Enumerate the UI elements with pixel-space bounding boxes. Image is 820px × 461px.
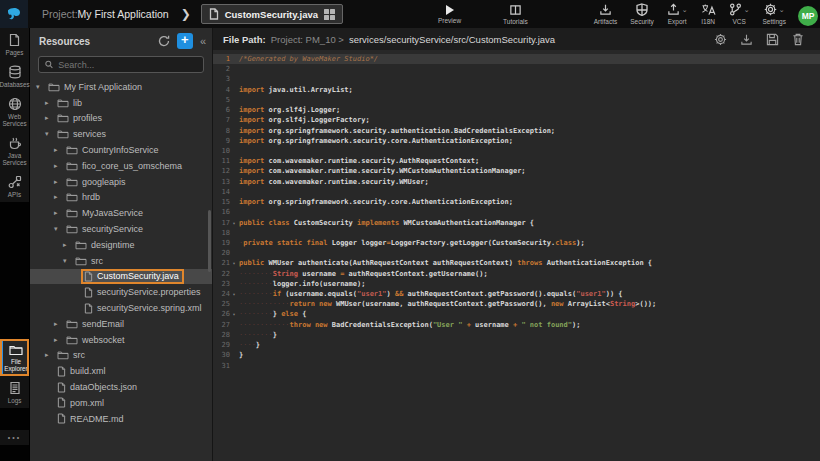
code-line: 7import org.slf4j.LoggerFactory; — [213, 115, 820, 125]
fold-arrow-icon[interactable]: ▾ — [230, 218, 238, 228]
user-avatar[interactable]: MP — [798, 6, 818, 26]
tutorials-button[interactable]: Tutorials — [503, 0, 528, 28]
tree-item-label: profiles — [73, 113, 102, 123]
sidebar-item-pages[interactable]: Pages — [0, 28, 29, 60]
dashboard-grid-icon[interactable] — [324, 9, 335, 20]
tree-item[interactable]: ▸MyJavaService — [30, 205, 212, 221]
tree-caret-icon[interactable]: ▸ — [54, 193, 64, 201]
sidebar-item-web-services[interactable]: Web Services — [0, 92, 29, 131]
code-line: 10 — [213, 146, 820, 156]
line-number: 25 — [213, 299, 230, 309]
code-area[interactable]: 1/*Generated by WaveMaker Studio*/234imp… — [213, 50, 820, 461]
gear-icon — [764, 3, 777, 16]
folder-icon — [57, 350, 69, 360]
settings-button[interactable]: ⌄ Settings — [763, 0, 787, 28]
more-options-icon[interactable]: ••• — [0, 430, 29, 445]
file-icon — [57, 382, 66, 393]
tree-caret-icon[interactable]: ▾ — [54, 225, 64, 233]
sidebar-item-databases[interactable]: Databases — [0, 60, 29, 92]
artifacts-button[interactable]: Artifacts — [594, 0, 617, 28]
add-resource-button[interactable]: + — [177, 33, 193, 49]
editor-settings-gear-icon[interactable] — [714, 33, 727, 46]
tree-caret-icon[interactable]: ▸ — [54, 320, 64, 328]
tree-item-box: build.xml — [55, 365, 110, 378]
fold-spacer — [230, 350, 238, 360]
tree-item[interactable]: build.xml — [30, 363, 212, 379]
tree-item[interactable]: ▸fico_core_us_omschema — [30, 158, 212, 174]
shield-icon — [636, 3, 648, 16]
tree-item-label: src — [73, 350, 85, 360]
tree-item[interactable]: ▸CountryInfoService — [30, 142, 212, 158]
tree-item[interactable]: ▾securityService — [30, 221, 212, 237]
collapse-panel-icon[interactable]: « — [200, 35, 206, 47]
tree-item[interactable]: ▸src — [30, 348, 212, 364]
fold-arrow-icon[interactable]: ▾ — [230, 309, 238, 319]
export-up-icon — [667, 3, 680, 16]
refresh-icon[interactable] — [158, 35, 170, 47]
resource-search[interactable] — [38, 56, 204, 73]
tree-item[interactable]: securityService.spring.xml — [30, 300, 212, 316]
fold-spacer — [230, 361, 238, 371]
tree-item[interactable]: ▸lib — [30, 95, 212, 111]
tree-item[interactable]: ▸websocket — [30, 332, 212, 348]
search-input[interactable] — [58, 60, 197, 70]
export-button[interactable]: ⌄ Export — [667, 0, 688, 28]
tree-caret-icon[interactable]: ▸ — [45, 114, 55, 122]
tree-item[interactable]: securityService.properties — [30, 284, 212, 300]
sidebar-item-file-explorer[interactable]: File Explorer — [0, 339, 29, 376]
tree-caret-icon[interactable]: ▸ — [45, 351, 55, 359]
tree-item[interactable]: ▾services — [30, 126, 212, 142]
tree-item-box: fico_core_us_omschema — [64, 160, 186, 172]
tree-item[interactable]: ▸googleapis — [30, 174, 212, 190]
tree-caret-icon[interactable]: ▸ — [54, 336, 64, 344]
tree-item[interactable]: README.md — [30, 411, 212, 427]
tree-caret-icon[interactable]: ▾ — [36, 83, 46, 91]
tree-item[interactable]: CustomSecurity.java — [30, 269, 212, 285]
code-line: 15import org.springframework.security.co… — [213, 197, 820, 207]
sidebar-item-apis[interactable]: APIs — [0, 170, 29, 202]
line-number: 22 — [213, 269, 230, 279]
tree-item[interactable]: dataObjects.json — [30, 379, 212, 395]
tree-caret-icon[interactable]: ▸ — [54, 209, 64, 217]
sidebar-item-label: Pages — [6, 49, 24, 56]
search-icon — [45, 60, 53, 69]
code-text: ·private static final Logger logger=Logg… — [238, 238, 585, 248]
tree-item[interactable]: ▸designtime — [30, 237, 212, 253]
tree-item[interactable]: ▸profiles — [30, 111, 212, 127]
tree-scrollbar[interactable] — [208, 210, 211, 272]
tree-item[interactable]: ▾My First Application — [30, 79, 212, 95]
i18n-button[interactable]: I18N — [701, 0, 716, 28]
save-icon[interactable] — [766, 33, 779, 46]
tree-caret-icon[interactable]: ▸ — [54, 178, 64, 186]
security-button[interactable]: Security — [630, 0, 653, 28]
tree-item[interactable]: ▸sendEmail — [30, 316, 212, 332]
tree-item[interactable]: ▸hrdb — [30, 190, 212, 206]
sidebar-item-logs[interactable]: Logs — [0, 376, 29, 408]
sidebar-item-label: Logs — [8, 397, 22, 404]
tree-caret-icon[interactable]: ▸ — [63, 241, 73, 249]
trash-icon[interactable] — [792, 33, 804, 46]
tree-item[interactable]: ▾src — [30, 253, 212, 269]
tree-caret-icon[interactable]: ▾ — [63, 257, 73, 265]
download-file-icon[interactable] — [740, 33, 753, 46]
preview-button[interactable]: Preview — [438, 0, 461, 28]
wavemaker-logo[interactable] — [0, 0, 28, 28]
file-icon — [57, 366, 66, 377]
tree-caret-icon[interactable]: ▸ — [45, 99, 55, 107]
code-line: 11import com.wavemaker.runtime.security.… — [213, 156, 820, 166]
fold-arrow-icon[interactable]: ▾ — [230, 289, 238, 299]
line-number: 15 — [213, 197, 230, 207]
fold-arrow-icon[interactable]: ▾ — [230, 258, 238, 268]
tree-item[interactable]: pom.xml — [30, 395, 212, 411]
tree-caret-icon[interactable]: ▸ — [54, 162, 64, 170]
tab-customsecurity-java[interactable]: CustomSecurity.java — [201, 4, 343, 24]
tree-item-box: src — [55, 349, 89, 361]
project-breadcrumb[interactable]: Project:My First Application — [42, 8, 169, 20]
rail-spacer — [0, 445, 29, 461]
code-line: 20 — [213, 248, 820, 258]
tree-caret-icon[interactable]: ▾ — [45, 130, 55, 138]
sidebar-item-java-services[interactable]: Java Services — [0, 131, 29, 170]
api-icon — [8, 175, 22, 189]
vcs-button[interactable]: ⌄ VCS — [729, 0, 750, 28]
tree-caret-icon[interactable]: ▸ — [54, 146, 64, 154]
